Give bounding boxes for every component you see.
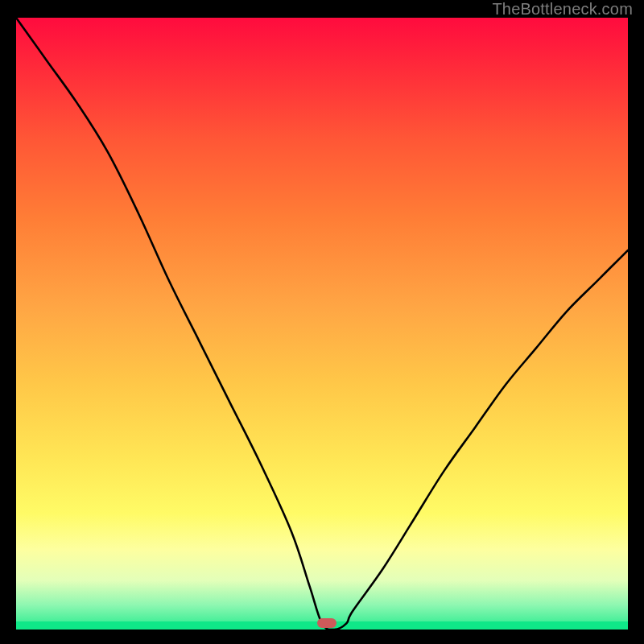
watermark-text: TheBottleneck.com (492, 0, 633, 19)
optimal-point-marker (317, 618, 336, 628)
bottleneck-curve (16, 18, 628, 630)
chart-stage: TheBottleneck.com (0, 0, 644, 644)
plot-area (16, 18, 628, 630)
